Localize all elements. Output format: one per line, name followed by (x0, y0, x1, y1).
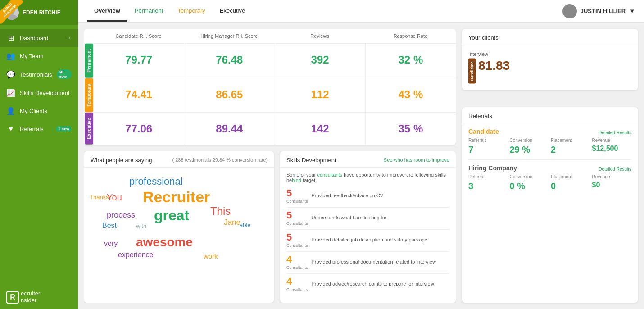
content-area: Candidate R.I. Score Hiring Manager R.I.… (78, 23, 644, 309)
ref-col-header-2: Conversion (510, 138, 549, 143)
sidebar-item-label: My Team (20, 53, 72, 59)
skill-label-1: Consultants (286, 199, 308, 204)
ref-hire-val-4: $0 (592, 181, 632, 191)
sidebar: ADMIN PREVIEW EDEN RITCHIE ⊞ Dashboard →… (0, 0, 78, 309)
skill-item-4: 4 Consultants Provided professional docu… (286, 254, 449, 270)
ref-hiring-header: Hiring Company Detailed Results (468, 164, 631, 174)
score-row-executive: Executive 77.06 89.44 142 35 % (84, 113, 456, 145)
ref-candidate-header: Candidate Detailed Results (468, 128, 631, 138)
temporary-reviews: 112 (275, 78, 365, 112)
skill-item-1: 5 Consultants Provided feedback/advice o… (286, 187, 449, 204)
sidebar-item-skills[interactable]: 📈 Skills Development (0, 84, 78, 102)
skill-number-1: 5 (286, 187, 293, 199)
word-cloud: professional You Recruiter Thanks proces… (84, 168, 274, 267)
bottom-row: What people are saying ( 288 testimonial… (84, 151, 456, 303)
skill-item-2: 5 Consultants Understands what I am look… (286, 209, 449, 226)
referrals-badge: 1 new (56, 126, 72, 132)
ref-hire-hdr-2: Conversion (510, 174, 549, 179)
temporary-label: Temporary (85, 78, 93, 112)
logo-text: ecruiter nsider (21, 291, 40, 304)
word-thanks: Thanks (90, 194, 109, 200)
skill-label-4: Consultants (286, 265, 308, 270)
ref-candidate-link[interactable]: Detailed Results (599, 130, 631, 135)
skill-number-3: 5 (286, 232, 293, 243)
temporary-candidate-score: 74.41 (93, 78, 184, 112)
svg-point-2 (567, 6, 573, 13)
ref-col-header-4: Revenue (592, 138, 632, 143)
col-header-hiring: Hiring Manager R.I. Score (184, 33, 274, 39)
sidebar-item-label: My Clients (20, 108, 72, 114)
sidebar-item-referrals[interactable]: ♥ Referrals 1 new (0, 120, 78, 138)
sidebar-item-label: Testimonials (20, 71, 52, 78)
main-panel: Overview Permanent Temporary Executive J… (78, 0, 644, 309)
referrals-card: Referrals Candidate Detailed Results Ref… (462, 107, 638, 303)
sidebar-logo: R ecruiter nsider (0, 285, 78, 309)
client-value-row: Candidate 81.83 (468, 59, 510, 84)
skills-icon: 📈 (6, 88, 15, 97)
col-header-candidate: Candidate R.I. Score (93, 33, 184, 39)
dashboard-icon: ⊞ (6, 33, 15, 42)
tab-executive[interactable]: Executive (213, 1, 252, 22)
permanent-hiring-score: 76.48 (184, 44, 274, 78)
ref-candidate-title: Candidate (468, 128, 499, 135)
permanent-label-cell: Permanent (84, 44, 93, 78)
score-table-header: Candidate R.I. Score Hiring Manager R.I.… (84, 29, 456, 44)
tab-temporary[interactable]: Temporary (170, 1, 212, 22)
referrals-header: Referrals (462, 107, 638, 123)
ref-hire-hdr-1: Referrals (468, 174, 508, 179)
score-row-temporary: Temporary 74.41 86.65 112 43 % (84, 78, 456, 113)
ref-hire-hdr-3: Placement (551, 174, 590, 179)
permanent-label: Permanent (85, 44, 93, 78)
referrals-body: Candidate Detailed Results Referrals Con… (462, 123, 638, 198)
word-work: work (204, 252, 218, 260)
word-with: with (136, 223, 146, 229)
clients-icon: 👤 (6, 106, 15, 115)
col-header-response: Response Rate (365, 33, 456, 39)
sidebar-username: EDEN RITCHIE (23, 9, 61, 16)
skills-title: Skills Development (286, 157, 336, 164)
chevron-down-icon: ▼ (629, 8, 635, 14)
skill-text-3: Provided detailed job description and sa… (312, 237, 449, 242)
ref-candidate-headers: Referrals Conversion Placement Revenue (468, 138, 631, 143)
skills-card: Skills Development See who has room to i… (280, 151, 456, 303)
executive-reviews: 142 (275, 113, 365, 145)
spacer (462, 96, 638, 101)
sidebar-item-my-team[interactable]: 👥 My Team (0, 47, 78, 65)
skills-link[interactable]: See who has room to improve (384, 157, 449, 163)
word-awesome: awesome (136, 235, 193, 250)
tab-permanent[interactable]: Permanent (127, 1, 171, 22)
ref-cand-val-2: 29 % (510, 145, 549, 155)
skill-label-5: Consultants (286, 287, 308, 292)
sidebar-item-clients[interactable]: 👤 My Clients (0, 102, 78, 120)
permanent-response: 32 % (365, 44, 456, 78)
ref-cand-val-1: 7 (468, 145, 508, 155)
sidebar-item-testimonials[interactable]: 💬 Testimonials 58 new (0, 65, 78, 84)
client-interview-section: Interview Candidate 81.83 (468, 51, 510, 84)
testimonials-card: What people are saying ( 288 testimonial… (84, 151, 274, 303)
ref-hire-val-1: 3 (468, 181, 508, 191)
executive-hiring-score: 89.44 (184, 113, 274, 145)
word-you: You (107, 192, 122, 203)
word-process: process (107, 210, 135, 220)
sidebar-item-dashboard[interactable]: ⊞ Dashboard → (0, 29, 78, 47)
testimonials-title: What people are saying (91, 157, 152, 164)
word-very: very (104, 240, 118, 248)
ref-col-header-1: Referrals (468, 138, 508, 143)
heart-icon: ♥ (6, 124, 15, 133)
ref-hiring-values: 3 0 % 0 $0 (468, 181, 631, 191)
ref-hiring-link[interactable]: Detailed Results (599, 167, 631, 172)
ref-hire-val-2: 0 % (510, 181, 549, 191)
tab-overview[interactable]: Overview (87, 1, 127, 22)
tabs: Overview Permanent Temporary Executive (87, 1, 252, 22)
sidebar-item-label: Referrals (20, 126, 51, 132)
clients-card: Your clients Interview Candidate 81.83 (462, 29, 638, 90)
word-best: Best (102, 222, 117, 230)
col-header-reviews: Reviews (275, 33, 365, 39)
temporary-response: 43 % (365, 78, 456, 112)
skill-text-5: Provided advice/research points to prepa… (312, 281, 449, 286)
skill-text-1: Provided feedback/advice on CV (312, 193, 449, 198)
sidebar-nav: ⊞ Dashboard → 👥 My Team 💬 Testimonials 5… (0, 25, 78, 285)
ref-hire-hdr-4: Revenue (592, 174, 632, 179)
candidate-bar: Candidate (468, 59, 476, 84)
executive-candidate-score: 77.06 (93, 113, 184, 145)
